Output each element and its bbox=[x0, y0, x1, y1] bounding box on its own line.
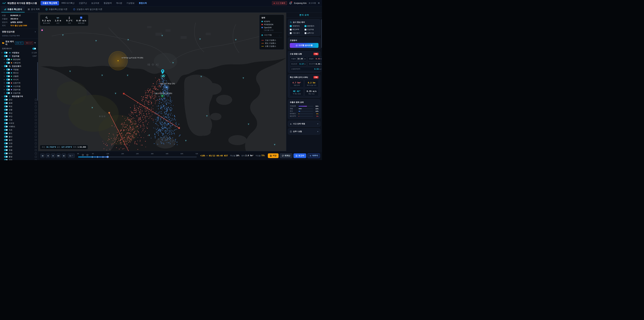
region-row[interactable]: 속초 bbox=[1, 128, 37, 132]
notifications-bell-icon[interactable] bbox=[289, 2, 292, 5]
display-option[interactable]: 시간 표시 bbox=[290, 32, 304, 34]
expand-caret[interactable]: ▶ bbox=[1, 52, 3, 53]
region-row[interactable]: 군산 bbox=[1, 98, 37, 101]
backtrack-button[interactable]: 역추적 bbox=[308, 153, 320, 158]
timeline-handle[interactable] bbox=[107, 156, 109, 158]
filter-icon[interactable] bbox=[34, 42, 36, 44]
region-row[interactable]: 부산 bbox=[1, 111, 37, 115]
layer-toggle[interactable] bbox=[6, 89, 10, 91]
region-row[interactable]: 창원 bbox=[1, 148, 37, 152]
all-layers-on-button[interactable]: 전체 켜기 bbox=[15, 42, 24, 45]
display-option[interactable]: 날짜시간 bbox=[304, 32, 319, 34]
owner-insurance-section[interactable]: 선주 / 보험 ▶ bbox=[288, 128, 320, 135]
checkbox[interactable] bbox=[290, 32, 292, 34]
zoom-to-region-button[interactable] bbox=[35, 132, 37, 134]
region-toggle[interactable] bbox=[4, 122, 8, 124]
zoom-to-region-button[interactable] bbox=[35, 109, 37, 111]
region-toggle[interactable] bbox=[4, 109, 8, 111]
layer-row[interactable]: ▼민감도평가 bbox=[1, 65, 37, 68]
region-row[interactable]: 사천 bbox=[1, 118, 37, 122]
checkbox[interactable] bbox=[304, 32, 306, 34]
zoom-to-region-button[interactable] bbox=[35, 159, 37, 160]
region-toggle[interactable] bbox=[4, 119, 8, 121]
region-row[interactable]: 평택 bbox=[1, 158, 37, 160]
region-row[interactable]: 완도 bbox=[1, 132, 37, 135]
nav-item[interactable]: 게시판 bbox=[114, 1, 124, 5]
layer-row[interactable]: ▶보호지역 bbox=[1, 81, 37, 85]
zoom-to-region-button[interactable] bbox=[35, 126, 37, 128]
nav-item[interactable]: 항공탐색 bbox=[102, 1, 114, 5]
tab-item[interactable]: 유출유 확산분석 bbox=[1, 6, 25, 13]
region-row[interactable]: 서귀포 bbox=[1, 122, 37, 125]
expand-caret[interactable]: ▼ bbox=[1, 66, 3, 67]
zoom-to-region-button[interactable] bbox=[35, 142, 37, 144]
zoom-to-region-button[interactable] bbox=[35, 102, 37, 104]
region-toggle[interactable] bbox=[4, 152, 8, 154]
layer-toggle[interactable] bbox=[6, 69, 10, 71]
checkbox[interactable] bbox=[304, 29, 306, 31]
timeline-track[interactable] bbox=[78, 157, 197, 157]
region-toggle[interactable] bbox=[4, 146, 8, 148]
zoom-to-region-button[interactable] bbox=[35, 99, 37, 101]
region-toggle[interactable] bbox=[4, 115, 8, 117]
checkbox[interactable] bbox=[290, 29, 292, 31]
recalculate-button[interactable]: 재계산 bbox=[280, 153, 292, 158]
impacted-resources-header[interactable]: 영향 민감자원 ▼ bbox=[2, 30, 36, 33]
region-toggle[interactable] bbox=[4, 132, 8, 134]
ship-specs-section[interactable]: 사고 선박 제원 ▶ bbox=[288, 121, 320, 127]
hamburger-menu-icon[interactable]: ≡ bbox=[318, 2, 320, 5]
layer-row[interactable]: ▶사회경제 bbox=[1, 61, 37, 65]
zoom-to-region-button[interactable] bbox=[35, 129, 37, 131]
nav-item[interactable]: 기상정보 bbox=[124, 1, 136, 5]
region-row[interactable]: 통영 bbox=[1, 155, 37, 158]
region-row[interactable]: 울진 bbox=[1, 138, 37, 142]
assistant-button[interactable] bbox=[40, 28, 44, 32]
expand-caret[interactable]: ▶ bbox=[4, 82, 5, 84]
skip-end-button[interactable]: ▶| bbox=[62, 154, 66, 158]
playback-speed-selector[interactable]: 1x ▼ bbox=[68, 154, 75, 158]
save-button[interactable]: 저장 bbox=[268, 153, 278, 158]
user-name[interactable]: Eunjeong Kim bbox=[294, 2, 306, 4]
polygon-analysis-button[interactable]: 다각형 분석수행 bbox=[290, 43, 318, 48]
expand-caret[interactable]: ▶ bbox=[4, 76, 5, 77]
incident-status-badge[interactable]: 사고 진행중 bbox=[272, 1, 287, 5]
layer-toggle[interactable] bbox=[6, 72, 10, 74]
expand-caret[interactable]: ▼ bbox=[1, 96, 3, 97]
logout-button[interactable]: 로그아웃 bbox=[308, 2, 316, 4]
region-toggle[interactable] bbox=[4, 105, 8, 107]
skip-start-button[interactable]: |◀ bbox=[40, 154, 44, 158]
layer-toggle[interactable] bbox=[4, 95, 8, 97]
region-toggle[interactable] bbox=[4, 139, 8, 141]
layer-row[interactable]: ▶관광자원 bbox=[1, 88, 37, 91]
nav-item[interactable]: 유출유 확산예측 bbox=[40, 1, 59, 5]
layer-row[interactable]: ▶환경생태 bbox=[1, 58, 37, 61]
expand-caret[interactable]: ▶ bbox=[4, 69, 5, 70]
tab-item[interactable]: 유출유확산모델 이론 bbox=[43, 6, 70, 13]
layer-toggle[interactable] bbox=[4, 55, 8, 57]
layer-toggle[interactable] bbox=[6, 85, 10, 87]
region-toggle[interactable] bbox=[4, 149, 8, 151]
region-row[interactable]: 목포 bbox=[1, 105, 37, 108]
layer-toggle[interactable] bbox=[6, 75, 10, 77]
display-option[interactable]: ✓풍향/풍속 bbox=[304, 25, 319, 27]
layer-row[interactable]: ▶어장정보17,129 bbox=[1, 51, 37, 54]
zoom-to-region-button[interactable] bbox=[35, 146, 37, 148]
report-button[interactable]: 보고서 bbox=[294, 153, 306, 158]
master-layer-toggle[interactable] bbox=[32, 48, 36, 50]
checkbox[interactable]: ✓ bbox=[304, 25, 306, 27]
expand-caret[interactable]: ▶ bbox=[4, 86, 5, 87]
region-row[interactable]: 태안 bbox=[1, 152, 37, 155]
region-row[interactable]: 부안 bbox=[1, 115, 37, 118]
expand-caret[interactable]: ▶ bbox=[4, 62, 5, 64]
layer-toggle[interactable] bbox=[6, 82, 10, 84]
region-toggle[interactable] bbox=[4, 156, 8, 158]
zoom-to-region-button[interactable] bbox=[35, 156, 37, 158]
zoom-to-region-button[interactable] bbox=[35, 149, 37, 151]
zoom-to-region-button[interactable] bbox=[35, 119, 37, 121]
tab-item[interactable]: 분석 목록 bbox=[25, 6, 42, 13]
expand-caret[interactable]: ▶ bbox=[4, 59, 5, 60]
all-layers-off-button[interactable]: 전체 끄기 bbox=[24, 42, 33, 45]
display-option[interactable]: ✓유향/유속 bbox=[290, 25, 304, 27]
layer-toggle[interactable] bbox=[6, 62, 10, 64]
region-row[interactable]: 인천 bbox=[1, 142, 37, 145]
